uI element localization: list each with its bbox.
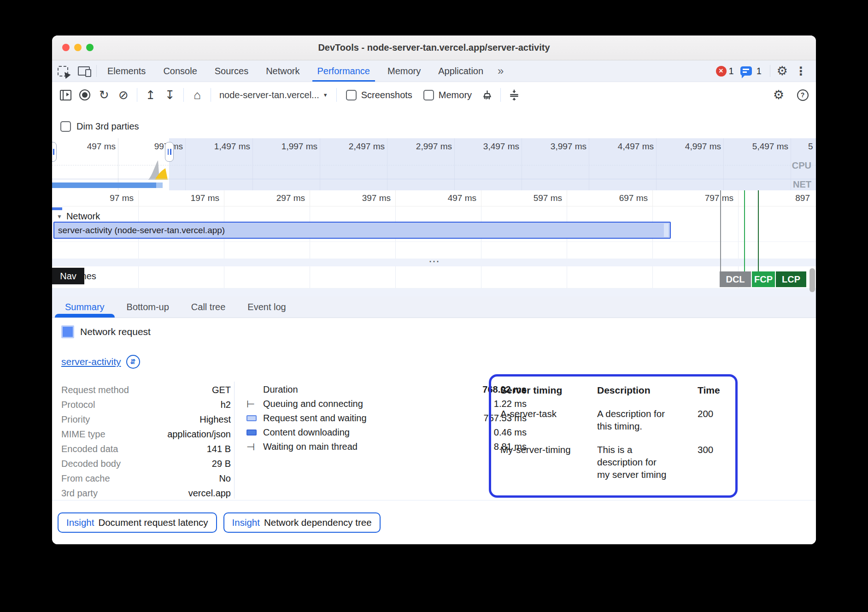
live-metrics-home-button[interactable]: ⌂ xyxy=(188,85,207,105)
detail-row: MIME typeapplication/json xyxy=(61,427,231,441)
scrollbar-thumb[interactable] xyxy=(809,268,815,292)
save-profile-button[interactable]: ↧ xyxy=(160,85,180,105)
history-dropdown[interactable]: node-server-tan.vercel... ▼ xyxy=(215,90,333,100)
error-count: 1 xyxy=(729,66,734,76)
insight-network-dependency-tree[interactable]: Insight Network dependency tree xyxy=(223,512,381,533)
request-link-row: server-activity ⇵ xyxy=(61,355,140,369)
dim-third-parties-label: Dim 3rd parties xyxy=(76,121,139,132)
overview-tick: 3,997 ms xyxy=(522,141,589,153)
traffic-lights xyxy=(62,44,94,51)
help-button[interactable]: ? xyxy=(793,85,812,105)
more-tracks-ellipsis-icon[interactable]: ⋯ xyxy=(52,257,816,265)
separator xyxy=(770,65,770,77)
tab-application[interactable]: Application xyxy=(429,60,492,82)
network-track-header[interactable]: ▼ Network xyxy=(57,211,100,222)
section-divider xyxy=(52,500,816,500)
tab-console[interactable]: Console xyxy=(154,60,205,82)
reveal-in-network-icon[interactable]: ⇵ xyxy=(126,355,140,369)
issues-badge[interactable]: 1 xyxy=(740,66,762,76)
record-and-reload-button[interactable]: ↻ xyxy=(94,85,114,105)
column-divider xyxy=(234,382,235,499)
record-button[interactable] xyxy=(75,85,94,105)
close-window-button[interactable] xyxy=(62,44,70,51)
more-tabs-button[interactable]: » xyxy=(492,60,509,82)
help-icon: ? xyxy=(797,89,809,101)
screenshots-checkbox[interactable] xyxy=(346,90,357,100)
overview-tick: 5,497 ms xyxy=(723,141,791,153)
toggle-device-toolbar-button[interactable] xyxy=(73,60,94,82)
dim-third-parties-row: Dim 3rd parties xyxy=(52,108,816,138)
dcl-marker-badge[interactable]: DCL xyxy=(720,271,751,287)
dim-third-parties-checkbox[interactable] xyxy=(60,121,71,132)
timeline-ruler: 97 ms 197 ms 297 ms 397 ms 497 ms 597 ms… xyxy=(52,190,816,206)
zoom-window-button[interactable] xyxy=(86,44,94,51)
memory-checkbox[interactable] xyxy=(423,90,434,100)
detail-row: Decoded body29 B xyxy=(61,456,231,471)
memory-label: Memory xyxy=(439,90,472,100)
console-errors-badge[interactable]: × 1 xyxy=(716,66,734,76)
load-profile-button[interactable]: ↥ xyxy=(141,85,160,105)
tab-event-log[interactable]: Event log xyxy=(236,296,297,318)
content-download-swatch-icon xyxy=(246,430,263,435)
request-link[interactable]: server-activity xyxy=(61,356,121,367)
inspect-element-button[interactable] xyxy=(52,60,73,82)
toggle-sidebar-button[interactable] xyxy=(56,85,75,105)
overview-ruler: 497 ms 997 ms 1,497 ms 1,997 ms 2,497 ms… xyxy=(52,141,791,153)
timeline-tracks[interactable]: ▼ Network server-activity (node-server-t… xyxy=(52,206,816,296)
ruler-tick: 697 ms xyxy=(579,193,648,203)
tab-performance[interactable]: Performance xyxy=(309,60,379,82)
settings-gear-icon[interactable]: ⚙ xyxy=(772,64,792,78)
tab-call-tree[interactable]: Call tree xyxy=(180,296,236,318)
details-tab-bar: Summary Bottom-up Call tree Event log xyxy=(52,296,816,318)
broom-icon xyxy=(481,89,493,101)
window-title: DevTools - node-server-tan.vercel.app/se… xyxy=(318,42,550,53)
selection-handle-right[interactable] xyxy=(165,142,174,162)
cpu-lane-label: CPU xyxy=(792,160,811,171)
timeline-overview[interactable]: 497 ms 997 ms 1,497 ms 1,997 ms 2,497 ms… xyxy=(52,138,816,191)
collapse-sections-button[interactable] xyxy=(504,85,524,105)
network-overview-bar xyxy=(52,182,156,188)
nav-marker-badge: Nav xyxy=(52,268,84,284)
detail-row: Protocolh2 xyxy=(61,397,231,412)
screenshots-checkbox-row[interactable]: Screenshots xyxy=(340,90,418,100)
ruler-tick: 497 ms xyxy=(407,193,476,203)
main-thread-whisker-icon: ⊣ xyxy=(246,441,263,453)
issue-count: 1 xyxy=(757,66,762,76)
separator xyxy=(137,88,137,102)
device-toolbar-icon xyxy=(78,66,90,76)
server-timing-header: Server timing xyxy=(500,384,592,396)
ruler-tick: 597 ms xyxy=(493,193,562,203)
description-header: Description xyxy=(597,384,693,396)
overview-tick-partial: 5 xyxy=(808,141,813,152)
separator xyxy=(500,88,501,102)
server-timing-time: 300 xyxy=(698,443,726,481)
insight-document-request-latency[interactable]: Insight Document request latency xyxy=(58,512,217,533)
kebab-menu-icon[interactable]: ⋮ xyxy=(792,65,809,78)
memory-checkbox-row[interactable]: Memory xyxy=(418,90,477,100)
tab-network[interactable]: Network xyxy=(257,60,308,82)
tab-sources[interactable]: Sources xyxy=(206,60,257,82)
tab-summary[interactable]: Summary xyxy=(54,296,116,318)
insight-chips: Insight Document request latency Insight… xyxy=(58,512,381,533)
tab-memory[interactable]: Memory xyxy=(379,60,429,82)
time-header: Time xyxy=(698,384,726,396)
summary-heading-label: Network request xyxy=(80,326,151,337)
minimize-window-button[interactable] xyxy=(74,44,82,51)
network-request-bar[interactable]: server-activity (node-server-tan.vercel.… xyxy=(53,222,671,239)
lcp-marker-badge[interactable]: LCP xyxy=(776,271,806,287)
tab-bottom-up[interactable]: Bottom-up xyxy=(116,296,180,318)
summary-panel: Network request server-activity ⇵ Reques… xyxy=(52,318,816,544)
ruler-tick: 397 ms xyxy=(322,193,391,203)
tab-elements[interactable]: Elements xyxy=(99,60,154,82)
selection-handle-left[interactable] xyxy=(52,142,57,162)
server-timing-card: Server timing Description Time A-server-… xyxy=(489,374,738,498)
fcp-marker-badge[interactable]: FCP xyxy=(752,271,775,287)
network-request-bar-label: server-activity (node-server-tan.vercel.… xyxy=(58,225,225,235)
ruler-tick: 97 ms xyxy=(65,193,134,203)
garbage-collect-button[interactable] xyxy=(477,85,497,105)
detail-row: Encoded data141 B xyxy=(61,441,231,456)
clear-recording-button[interactable]: ⊘ xyxy=(114,85,133,105)
capture-settings-gear-icon[interactable]: ⚙ xyxy=(764,85,793,105)
ruler-tick: 897 xyxy=(741,193,810,203)
overview-tick: 3,497 ms xyxy=(454,141,522,153)
